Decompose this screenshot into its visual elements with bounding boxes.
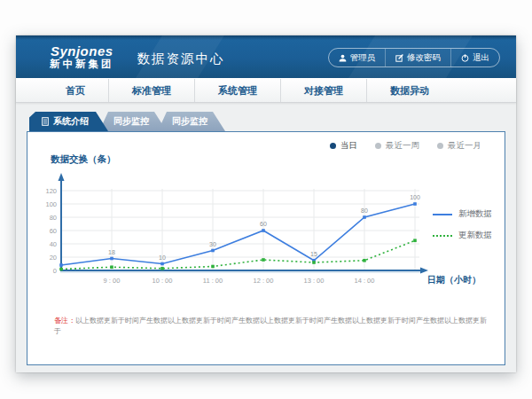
y-tick-label: 120 <box>45 187 57 195</box>
legend-label: 新增数据 <box>458 208 492 220</box>
logo-text-cn: 新中新集团 <box>50 59 114 69</box>
radio-label: 当日 <box>340 140 357 152</box>
edit-icon <box>395 54 403 62</box>
data-point-label: 80 <box>361 207 368 214</box>
data-point <box>363 215 366 219</box>
user-account-button[interactable]: 管理员 <box>329 49 386 66</box>
document-icon <box>42 117 49 126</box>
footer-note: 备注：以上数据更新于时间产生数据以上数据更新于时间产生数据以上数据更新于时间产生… <box>54 316 489 337</box>
content-area: 系统介绍同步监控同步监控 当日最近一周最近一月 数据交换（条） 02040608… <box>16 103 516 365</box>
x-tick-label: 11 : 00 <box>203 277 223 285</box>
data-point-label: 100 <box>410 194 420 200</box>
data-point <box>160 267 164 270</box>
x-axis-title: 日期（小时） <box>427 275 481 285</box>
user-label: 管理员 <box>350 52 376 64</box>
y-axis-arrow <box>59 173 65 181</box>
y-tick-label: 100 <box>45 200 57 208</box>
y-tick-label: 40 <box>50 240 57 248</box>
radio-unselected-icon <box>375 143 381 149</box>
change-password-label: 修改密码 <box>407 52 441 64</box>
data-point <box>363 259 366 262</box>
app-header: Synjones 新中新集团 数据资源中心 管理员 修改密码 退出 <box>16 35 516 78</box>
company-logo: Synjones 新中新集团 <box>50 44 114 69</box>
data-point-label: 10 <box>159 254 166 261</box>
tab-bar: 系统介绍同步监控同步监控 <box>29 112 516 131</box>
data-point <box>160 262 164 266</box>
data-point-label: 30 <box>209 241 216 247</box>
page-title: 数据资源中心 <box>137 51 225 67</box>
data-point <box>110 257 113 261</box>
data-point <box>413 202 417 206</box>
y-axis-title: 数据交换（条） <box>51 153 116 166</box>
main-nav: 首页标准管理系统管理对接管理数据异动 <box>16 78 516 103</box>
data-point-label: 60 <box>260 221 267 227</box>
logout-button[interactable]: 退出 <box>450 49 499 66</box>
data-point <box>211 265 215 269</box>
data-point <box>262 258 265 262</box>
radio-label: 最近一月 <box>448 140 481 152</box>
tab-2[interactable]: 同步监控 <box>99 112 167 131</box>
logout-label: 退出 <box>473 52 489 64</box>
y-tick-label: 80 <box>50 214 57 222</box>
tab-label: 同步监控 <box>113 115 149 128</box>
y-tick-label: 0 <box>53 267 57 275</box>
user-icon <box>339 54 347 62</box>
legend-line-swatch <box>433 235 452 237</box>
x-tick-label: 14 : 00 <box>355 277 375 285</box>
logo-text-en: Synjones <box>50 44 114 59</box>
legend-label: 更新数据 <box>458 230 492 241</box>
power-icon <box>461 54 469 62</box>
y-tick-label: 20 <box>50 254 57 262</box>
x-tick-label: 12 : 00 <box>254 277 274 285</box>
data-point-label: 15 <box>310 251 317 257</box>
tab-1[interactable]: 系统介绍 <box>29 112 108 131</box>
y-tick-label: 60 <box>50 227 57 235</box>
nav-item-4[interactable]: 对接管理 <box>280 79 366 102</box>
data-point <box>110 265 113 269</box>
radio-option-3[interactable]: 最近一月 <box>437 140 481 152</box>
nav-item-1[interactable]: 首页 <box>43 79 108 102</box>
data-point <box>59 268 63 271</box>
app-window: Synjones 新中新集团 数据资源中心 管理员 修改密码 退出 <box>16 35 516 372</box>
radio-label: 最近一周 <box>386 140 419 152</box>
legend-line-swatch <box>433 214 452 215</box>
radio-unselected-icon <box>437 143 443 149</box>
legend-item[interactable]: 新增数据 <box>433 208 492 220</box>
data-point <box>211 249 215 253</box>
chart-panel: 当日最近一周最近一月 数据交换（条） 0204060801001209 : 00… <box>27 131 505 365</box>
data-point <box>312 261 316 264</box>
data-point <box>413 239 417 242</box>
data-point <box>59 263 63 267</box>
nav-item-3[interactable]: 系统管理 <box>194 79 280 102</box>
note-label: 备注： <box>54 317 75 325</box>
radio-selected-icon <box>330 143 336 149</box>
tab-3[interactable]: 同步监控 <box>158 112 225 131</box>
tab-label: 系统介绍 <box>53 115 89 128</box>
legend-item[interactable]: 更新数据 <box>433 230 492 241</box>
time-range-filter: 当日最近一周最近一月 <box>330 140 481 152</box>
change-password-button[interactable]: 修改密码 <box>385 49 450 66</box>
header-user-toolbar: 管理员 修改密码 退出 <box>328 48 501 67</box>
data-point <box>262 229 265 232</box>
nav-item-2[interactable]: 标准管理 <box>108 79 194 102</box>
tab-label: 同步监控 <box>172 115 207 128</box>
x-tick-label: 13 : 00 <box>304 277 325 285</box>
chart-legend: 新增数据更新数据 <box>433 208 492 241</box>
radio-option-1[interactable]: 当日 <box>330 140 357 152</box>
x-tick-label: 10 : 00 <box>153 277 173 285</box>
x-tick-label: 9 : 00 <box>104 277 121 285</box>
note-text: 以上数据更新于时间产生数据以上数据更新于时间产生数据以上数据更新于时间产生数据以… <box>54 317 487 335</box>
data-point-label: 18 <box>108 249 115 255</box>
x-axis-arrow <box>420 268 428 274</box>
radio-option-2[interactable]: 最近一周 <box>375 140 419 152</box>
nav-item-5[interactable]: 数据异动 <box>366 79 452 102</box>
